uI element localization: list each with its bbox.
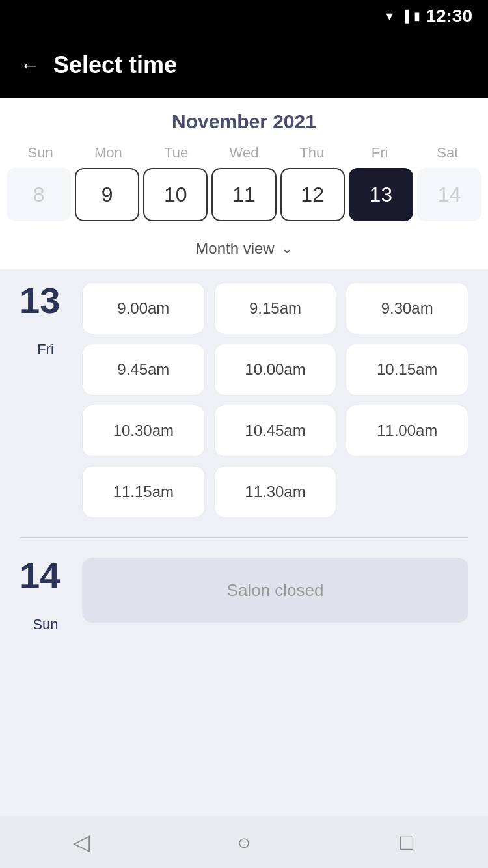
time-slot-1045am[interactable]: 10.45am [214,405,337,457]
day-11[interactable]: 11 [211,168,276,221]
weekday-fri: Fri [346,144,413,161]
time-slot-1100am[interactable]: 11.00am [346,405,468,457]
page-title: Select time [53,51,177,79]
divider [20,537,468,538]
day-12[interactable]: 12 [280,168,345,221]
salon-closed-box: Salon closed [82,558,468,623]
weekday-wed: Wed [210,144,278,161]
time-slot-1030am[interactable]: 10.30am [82,405,205,457]
time-slot-930am[interactable]: 9.30am [346,282,468,334]
weekday-sun: Sun [7,144,74,161]
day-row-13: 13 Fri 9.00am 9.15am 9.30am 9.45am 10.00… [20,282,468,518]
day-10[interactable]: 10 [143,168,208,221]
nav-home-button[interactable]: ○ [224,822,264,861]
chevron-down-icon: ⌄ [281,240,293,257]
battery-icon: ▮ [414,9,420,23]
day-section-13: 13 Fri 9.00am 9.15am 9.30am 9.45am 10.00… [20,282,468,518]
time-slot-945am[interactable]: 9.45am [82,344,205,396]
day-name-13: Fri [20,341,72,358]
weekday-mon: Mon [74,144,142,161]
bottom-nav: ◁ ○ □ [0,816,488,868]
time-slots-section: 13 Fri 9.00am 9.15am 9.30am 9.45am 10.00… [0,269,488,672]
status-time: 12:30 [426,6,472,27]
header: ← Select time [0,33,488,98]
time-grid-13: 9.00am 9.15am 9.30am 9.45am 10.00am 10.1… [82,282,468,518]
month-view-toggle[interactable]: Month view ⌄ [0,230,488,269]
day-8[interactable]: 8 [7,168,71,221]
weekday-sat: Sat [414,144,481,161]
time-slot-1015am[interactable]: 10.15am [346,344,468,396]
weekday-thu: Thu [278,144,346,161]
day-info-13: 13 Fri [20,282,72,358]
weekday-row: Sun Mon Tue Wed Thu Fri Sat [0,144,488,161]
time-slot-1130am[interactable]: 11.30am [214,466,337,518]
day-number-14: 14 [20,558,72,594]
weekday-tue: Tue [142,144,210,161]
nav-back-button[interactable]: ◁ [62,822,101,861]
day-row-14: 14 Sun Salon closed [20,558,468,633]
day-13[interactable]: 13 [349,168,413,221]
day-section-14: 14 Sun Salon closed [20,558,468,633]
nav-recent-button[interactable]: □ [387,822,426,861]
time-slot-915am[interactable]: 9.15am [214,282,337,334]
day-9[interactable]: 9 [75,168,139,221]
signal-icon: ▐ [401,10,409,23]
closed-container: Salon closed [82,558,468,623]
day-name-14: Sun [20,616,72,633]
day-info-14: 14 Sun [20,558,72,633]
salon-closed-label: Salon closed [227,580,324,601]
day-number-13: 13 [20,282,72,319]
calendar-section: November 2021 Sun Mon Tue Wed Thu Fri Sa… [0,98,488,269]
time-slot-900am[interactable]: 9.00am [82,282,205,334]
wifi-icon: ▼ [384,10,396,23]
month-label: November 2021 [0,111,488,133]
status-icons: ▼ ▐ ▮ 12:30 [384,6,472,27]
day-14[interactable]: 14 [417,168,481,221]
time-slot-1115am[interactable]: 11.15am [82,466,205,518]
time-slot-1000am[interactable]: 10.00am [214,344,337,396]
days-row: 8 9 10 11 12 13 14 [0,168,488,221]
back-button[interactable]: ← [20,55,40,75]
status-bar: ▼ ▐ ▮ 12:30 [0,0,488,33]
month-view-label: Month view [195,239,274,258]
